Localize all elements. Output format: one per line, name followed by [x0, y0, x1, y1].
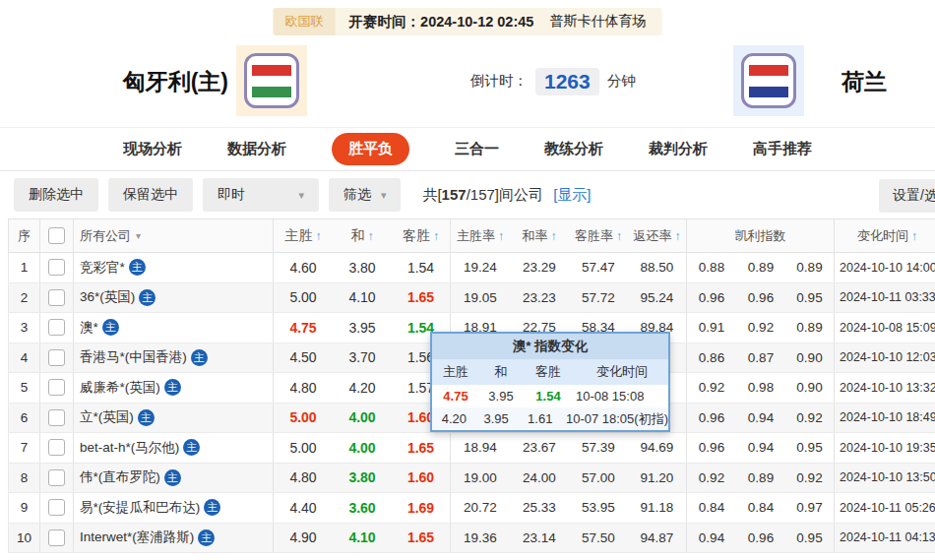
- change-time: 2024-10-10 18:49: [835, 404, 935, 433]
- kelly-cell: 0.96: [736, 524, 785, 553]
- tooltip-cell: 10-07 18:05(初指): [564, 410, 668, 428]
- odds-draw: 4.20: [333, 373, 392, 403]
- header-home-rate[interactable]: 主胜率 ↑: [451, 219, 510, 252]
- keep-selected-button[interactable]: 保留选中: [108, 178, 193, 212]
- home-badge-icon: 主: [139, 289, 156, 306]
- row-checkbox[interactable]: [48, 529, 65, 546]
- nav-tab[interactable]: 数据分析: [227, 140, 286, 158]
- tooltip-title: 澳* 指数变化: [432, 334, 668, 359]
- header-payout-rate[interactable]: 返还率 ↑: [628, 219, 687, 252]
- sort-asc-icon: ↑: [616, 229, 622, 243]
- home-badge-icon: 主: [204, 499, 220, 516]
- company-cell[interactable]: 36*(英国)主: [74, 283, 274, 313]
- kelly-cell: 0.97: [785, 493, 835, 523]
- company-count-summary: 共[157/157]间公司 [显示]: [422, 186, 591, 205]
- row-checkbox[interactable]: [48, 499, 65, 516]
- company-cell[interactable]: 立*(英国)主: [74, 404, 274, 433]
- chevron-down-icon: ▾: [298, 189, 304, 202]
- header-draw-rate[interactable]: 和率 ↑: [510, 219, 569, 252]
- kelly-cell: 0.96: [687, 283, 736, 313]
- rate-cell: 19.36: [451, 524, 510, 553]
- nav-tab[interactable]: 裁判分析: [649, 140, 708, 158]
- rate-cell: 20.72: [451, 493, 510, 523]
- company-cell[interactable]: 威廉希*(英国)主: [74, 373, 274, 403]
- odds-home: 4.50: [274, 343, 333, 373]
- settings-select-button[interactable]: 设置/选择: [879, 179, 935, 213]
- sort-asc-icon: ↑: [911, 229, 917, 243]
- odds-away: 1.65: [392, 283, 451, 313]
- rate-cell: 57.00: [569, 464, 628, 493]
- kelly-cell: 0.91: [687, 313, 736, 342]
- live-odds-select[interactable]: 即时 ▾: [203, 178, 319, 212]
- rate-cell: 57.39: [569, 433, 628, 463]
- kickoff-label: 开赛时间：: [349, 13, 421, 31]
- kelly-cell: 0.90: [785, 373, 835, 403]
- odds-away: 1.65: [392, 524, 451, 553]
- nav-tab[interactable]: 现场分析: [123, 140, 182, 158]
- header-away-rate[interactable]: 客胜率 ↑: [569, 219, 628, 252]
- kelly-cell: 0.86: [687, 343, 736, 373]
- row-checkbox[interactable]: [48, 259, 65, 276]
- header-away-odds[interactable]: 客胜 ↑: [392, 219, 451, 252]
- company-cell[interactable]: bet-at-h*(马尔他)主: [74, 433, 274, 463]
- header-label: 凯利指数: [735, 227, 786, 245]
- odds-home: 5.00: [274, 283, 333, 313]
- change-time: 2024-10-10 13:50: [835, 464, 935, 493]
- row-checkbox[interactable]: [48, 349, 65, 366]
- table-row: 10Interwet*(塞浦路斯)主4.904.101.6519.3623.14…: [8, 524, 935, 554]
- nav-tab[interactable]: 三合一: [455, 140, 499, 158]
- odds-away: 1.60: [392, 464, 451, 493]
- filter-button[interactable]: 筛选 ▾: [329, 178, 401, 212]
- select-all-checkbox[interactable]: [48, 227, 65, 244]
- company-cell[interactable]: 伟*(直布罗陀)主: [74, 464, 274, 493]
- hungary-flag-icon: [244, 53, 299, 108]
- kelly-cell: 0.84: [736, 493, 785, 523]
- company-name: 香港马*(中国香港): [80, 348, 187, 366]
- row-checkbox[interactable]: [48, 319, 65, 336]
- nav-tab[interactable]: 教练分析: [544, 140, 603, 158]
- change-time: 2024-10-10 12:03: [835, 343, 935, 373]
- company-cell[interactable]: Interwet*(塞浦路斯)主: [74, 524, 274, 553]
- company-cell[interactable]: 易*(安提瓜和巴布达)主: [74, 493, 274, 523]
- header-home-odds[interactable]: 主胜 ↑: [274, 219, 333, 252]
- sort-asc-icon: ↑: [368, 229, 374, 243]
- row-checkbox[interactable]: [48, 379, 65, 396]
- header-company[interactable]: 所有公司 ▾: [74, 219, 274, 252]
- odds-home: 4.40: [274, 493, 333, 523]
- header-change-time[interactable]: 变化时间 ↑: [835, 219, 935, 252]
- row-checkbox[interactable]: [48, 469, 65, 486]
- sort-asc-icon: ↑: [551, 229, 557, 243]
- company-cell[interactable]: 竞彩官*主: [74, 253, 274, 282]
- row-checkbox[interactable]: [48, 409, 65, 426]
- row-checkbox[interactable]: [48, 439, 65, 456]
- row-checkbox-cell: [40, 343, 74, 373]
- odds-draw: 3.95: [333, 313, 392, 342]
- rate-cell: 24.00: [510, 464, 569, 493]
- kelly-cell: 0.84: [687, 493, 736, 523]
- row-checkbox[interactable]: [48, 289, 65, 306]
- home-badge-icon: 主: [191, 349, 208, 366]
- nav-tab[interactable]: 高手推荐: [753, 140, 812, 158]
- tooltip-cell: 1.61: [517, 411, 564, 426]
- teams-header: 匈牙利(主) 倒计时： 1263 分钟 荷兰: [0, 35, 935, 128]
- company-cell[interactable]: 澳*主: [74, 313, 274, 342]
- delete-selected-button[interactable]: 删除选中: [14, 178, 98, 212]
- company-name: 立*(英国): [80, 408, 134, 426]
- odds-draw: 4.00: [333, 433, 392, 463]
- show-link[interactable]: [显示]: [553, 186, 591, 203]
- rate-cell: 19.24: [451, 253, 510, 282]
- tooltip-row: 4.203.951.6110-07 18:05(初指): [432, 407, 668, 430]
- tooltip-header-home: 主胜: [432, 363, 479, 381]
- change-time: 2024-10-10 19:35: [835, 433, 935, 463]
- header-label: 返还率: [634, 227, 672, 245]
- summary-text: /157]间公司: [467, 186, 543, 203]
- countdown-label: 倒计时：: [470, 72, 528, 91]
- kelly-cell: 0.92: [736, 313, 785, 342]
- company-cell[interactable]: 香港马*(中国香港)主: [74, 343, 274, 373]
- header-label: 主胜率: [457, 227, 495, 245]
- table-row: 8伟*(直布罗陀)主4.803.801.6019.0024.0057.0091.…: [8, 464, 935, 494]
- odds-home: 4.90: [274, 524, 333, 553]
- tooltip-cell: 3.95: [479, 389, 523, 404]
- header-draw-odds[interactable]: 和 ↑: [333, 219, 392, 252]
- nav-tab[interactable]: 胜平负: [332, 133, 409, 165]
